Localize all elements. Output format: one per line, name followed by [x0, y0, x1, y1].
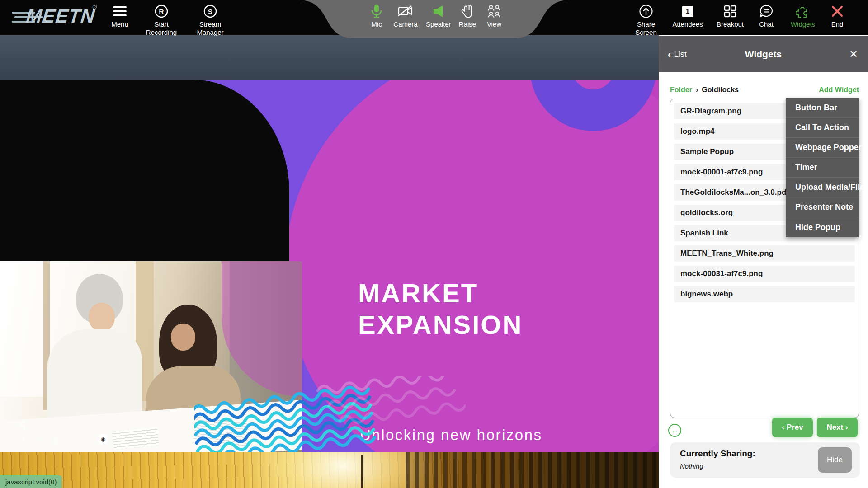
photo-person-right-face — [171, 324, 195, 351]
photo-person-left-face — [89, 303, 115, 332]
hamburger-icon — [113, 4, 127, 19]
mic-icon — [370, 4, 383, 19]
end-meeting-button[interactable]: End — [816, 4, 859, 28]
menu-label: Menu — [111, 20, 128, 28]
stream-icon: S — [203, 4, 217, 19]
dropdown-menu-item[interactable]: Timer — [786, 158, 859, 178]
file-list-item[interactable]: MEETN_Trans_White.png — [674, 245, 855, 262]
view-label: View — [487, 20, 501, 28]
grid-icon[interactable]: ▦ — [50, 434, 61, 445]
svg-text:R: R — [159, 8, 164, 15]
end-x-icon — [831, 4, 844, 19]
registered-mark: ® — [92, 4, 97, 10]
widgets-panel-header: ‹ List Widgets ✕ — [659, 36, 868, 72]
browser-status-bar: javascript:void(0) — [0, 475, 62, 488]
record-icon: R — [155, 4, 168, 19]
widgets-label: Widgets — [791, 20, 815, 28]
slide-title: MARKET EXPANSION — [358, 277, 523, 341]
speaker-icon — [432, 4, 445, 19]
slide-number: 5 — [19, 418, 27, 434]
slide-controls-row: ‹ ▸ ✎ ▦ ◌ ◉ ⋯ — [3, 434, 124, 445]
breadcrumb-folder-link[interactable]: Folder — [670, 86, 692, 94]
breakout-label: Breakout — [717, 20, 744, 28]
chat-label: Chat — [759, 20, 774, 28]
file-list-item[interactable]: bignews.webp — [674, 286, 855, 302]
stage-background — [0, 35, 659, 80]
meetn-app: MEETN ® Menu R Start Recording S Stream … — [0, 0, 868, 488]
folder-up-button[interactable]: ← — [668, 424, 681, 437]
prev-button[interactable]: ‹ Prev — [772, 418, 813, 437]
shared-presentation-slide: MARKET EXPANSION Unlocking new horizons … — [0, 80, 659, 452]
attendees-label: Attendees — [672, 20, 703, 28]
start-recording-button[interactable]: R Start Recording — [140, 4, 183, 37]
next-button[interactable]: Next › — [817, 418, 858, 437]
dropdown-menu-item[interactable]: Upload Media/File — [786, 178, 859, 197]
sunset-pole — [361, 455, 363, 488]
add-widget-dropdown-menu: Button BarCall To ActionWebpage PopperTi… — [786, 98, 859, 237]
view-button[interactable]: View — [472, 4, 516, 28]
dropdown-menu-item[interactable]: Call To Action — [786, 118, 859, 138]
share-screen-icon — [639, 4, 653, 19]
add-widget-link[interactable]: Add Widget — [819, 86, 859, 94]
more-icon[interactable]: ⋯ — [113, 434, 124, 445]
people-grid-icon — [487, 4, 501, 19]
close-icon[interactable]: ✕ — [849, 48, 858, 61]
logo-text: MEETN — [25, 5, 96, 27]
attendees-button[interactable]: 1 Attendees — [666, 4, 709, 28]
camera-off-icon — [397, 4, 414, 19]
currently-sharing-label: Currently Sharing: — [680, 449, 755, 459]
menu-button[interactable]: Menu — [98, 4, 142, 28]
back-icon[interactable]: ‹ — [3, 434, 14, 445]
widgets-panel: ‹ List Widgets ✕ Folder › Goldilocks Add… — [659, 35, 868, 488]
blank-icon[interactable] — [82, 434, 93, 445]
raise-hand-icon — [461, 4, 474, 19]
panel-footer: ← ‹ Prev Next › — [659, 417, 868, 444]
play-icon[interactable]: ▸ — [19, 434, 29, 445]
svg-text:S: S — [208, 8, 212, 15]
slide-black-panel — [0, 80, 289, 261]
chat-bubble-icon — [759, 4, 774, 19]
panel-title: Widgets — [659, 49, 868, 60]
currently-sharing-value: Nothing — [680, 462, 703, 470]
top-toolbar: MEETN ® Menu R Start Recording S Stream … — [0, 0, 868, 35]
draw-icon[interactable]: ✎ — [34, 434, 45, 445]
next-slide-sunset-image — [0, 452, 659, 488]
stream-manager-label: Stream Manager — [197, 20, 223, 37]
camera-toggle-icon[interactable]: ◉ — [98, 434, 108, 445]
currently-sharing-box: Currently Sharing: Nothing Hide — [670, 442, 860, 478]
slide-title-line2: EXPANSION — [358, 309, 523, 341]
breadcrumb: Folder › Goldilocks Add Widget — [670, 86, 859, 94]
slide-title-line1: MARKET — [358, 277, 523, 309]
hide-button[interactable]: Hide — [818, 447, 852, 473]
meetn-logo: MEETN ® — [12, 4, 98, 30]
breakout-grid-icon — [723, 4, 737, 19]
zoom-icon[interactable]: ◌ — [66, 434, 77, 445]
dropdown-menu-item[interactable]: Presenter Note — [786, 197, 859, 217]
mic-label: Mic — [371, 20, 382, 28]
file-list-item[interactable]: mock-00031-af7c9.png — [674, 266, 855, 282]
slide-wave-decoration — [194, 376, 466, 452]
puzzle-icon — [796, 4, 810, 19]
share-screen-label: Share Screen — [635, 20, 657, 37]
sunset-trees — [406, 452, 659, 488]
stream-manager-button[interactable]: S Stream Manager — [189, 4, 232, 37]
attendees-count-badge: 1 — [682, 6, 693, 17]
dropdown-menu-item[interactable]: Webpage Popper — [786, 138, 859, 158]
share-screen-button[interactable]: Share Screen — [624, 4, 668, 37]
dropdown-menu-item[interactable]: Button Bar — [786, 98, 859, 118]
chevron-right-icon: › — [696, 86, 698, 94]
arrow-left-icon: ← — [671, 427, 679, 435]
start-recording-label: Start Recording — [146, 20, 177, 37]
end-label: End — [831, 20, 844, 28]
breadcrumb-current: Goldilocks — [702, 86, 739, 94]
dropdown-menu-item[interactable]: Hide Popup — [786, 217, 859, 237]
camera-label: Camera — [393, 20, 417, 28]
